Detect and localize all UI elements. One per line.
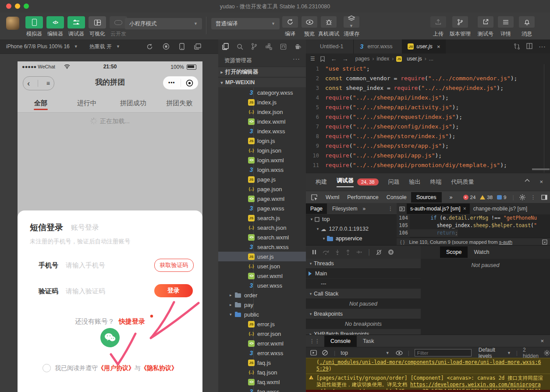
tree-file-item[interactable]: 3 page.wxss bbox=[218, 203, 306, 213]
pause-on-exceptions-icon[interactable] bbox=[388, 249, 394, 255]
tree-file-item[interactable]: 3 category.wxss bbox=[218, 88, 306, 97]
code-area[interactable]: 1 "use strict"; 2 const common_vendor = … bbox=[306, 64, 545, 173]
clear-console-icon[interactable] bbox=[322, 350, 328, 356]
tree-file-item[interactable]: <> user.wxml bbox=[218, 271, 306, 281]
tab-output[interactable]: 输出 bbox=[409, 178, 421, 186]
tree-file-item[interactable]: <> index.wxml bbox=[218, 117, 306, 126]
editor-tab[interactable]: 3 error.wxss bbox=[354, 39, 403, 53]
split-editor-icon[interactable] bbox=[526, 43, 532, 51]
multi-window-icon[interactable] bbox=[194, 43, 201, 50]
source-tab-active[interactable]: s-auth-modal.js? [sm] × bbox=[407, 203, 470, 214]
tab-debugger[interactable]: 调试器 bbox=[337, 177, 354, 187]
phone-panel-button[interactable] bbox=[25, 16, 43, 29]
debug-panel-button[interactable] bbox=[67, 16, 85, 29]
tree-file-item[interactable]: 3 search.wxss bbox=[218, 242, 306, 252]
search-icon[interactable] bbox=[237, 43, 243, 50]
tab-scope[interactable]: Scope bbox=[440, 246, 468, 258]
more-dots-icon[interactable]: ••• bbox=[163, 80, 181, 86]
tree-file-item[interactable]: 3 faq.wxss bbox=[218, 387, 306, 392]
levels-select[interactable]: Default levels bbox=[479, 347, 503, 359]
breadcrumb-item[interactable]: ... bbox=[429, 56, 433, 62]
tree-file-item[interactable]: JS page.js bbox=[218, 175, 306, 184]
drag-handle-icon[interactable]: ⋮⋮ bbox=[309, 338, 320, 344]
tab-terminal[interactable]: 终端 bbox=[430, 178, 442, 186]
tree-file-item[interactable]: {..} user.json bbox=[218, 261, 306, 271]
get-code-button[interactable]: 获取验证码 bbox=[154, 259, 194, 272]
page-tree-top[interactable]: ▾ top bbox=[306, 214, 397, 224]
info-count[interactable]: 9 bbox=[504, 195, 506, 200]
stop-icon[interactable] bbox=[163, 43, 170, 50]
step-over-icon[interactable] bbox=[323, 250, 329, 255]
restart-icon[interactable] bbox=[146, 43, 153, 50]
tab-filesystem[interactable]: Filesystem bbox=[332, 206, 357, 212]
tab-build[interactable]: 构建 bbox=[316, 178, 327, 186]
code-panel-button[interactable]: </> bbox=[46, 16, 64, 29]
code-input[interactable]: 请输入验证码 bbox=[66, 287, 105, 296]
order-tab[interactable]: 全部 bbox=[18, 94, 64, 112]
menu-icon[interactable] bbox=[498, 16, 514, 28]
nav-forward-icon[interactable]: → bbox=[342, 55, 348, 62]
tree-file-item[interactable]: 3 error.wxss bbox=[218, 348, 306, 358]
eye-icon[interactable] bbox=[396, 351, 403, 355]
tree-file-item[interactable]: {..} search.json bbox=[218, 223, 306, 232]
source-tab[interactable]: change-mobile.js? [sm] bbox=[470, 203, 531, 214]
tree-file-item[interactable]: {..} login.json bbox=[218, 146, 306, 155]
refresh-icon[interactable] bbox=[282, 16, 298, 28]
hidden-count[interactable]: 2 hidden bbox=[523, 347, 539, 359]
explorer-more-icon[interactable]: ··· bbox=[293, 55, 300, 62]
external-icon[interactable] bbox=[478, 16, 493, 28]
avatar[interactable] bbox=[6, 17, 19, 30]
step-out-icon[interactable] bbox=[346, 249, 350, 255]
tab-sources[interactable]: Sources bbox=[411, 192, 442, 203]
order-tab[interactable]: 拼团成功 bbox=[110, 94, 156, 112]
phone-input[interactable]: 请输入手机号 bbox=[66, 261, 105, 270]
source-map-link[interactable]: s-auth bbox=[499, 239, 513, 245]
order-tab[interactable]: 拼团失败 bbox=[156, 94, 203, 112]
eye-icon[interactable] bbox=[302, 16, 317, 28]
more-actions-icon[interactable]: ··· bbox=[539, 43, 546, 51]
page-tree-host[interactable]: ▾ ☁ 127.0.0.1:19132 bbox=[306, 224, 397, 234]
tab-code-quality[interactable]: 代码质量 bbox=[451, 178, 474, 186]
deactivate-breakpoints-icon[interactable] bbox=[376, 249, 382, 255]
extensions-icon[interactable] bbox=[266, 43, 272, 50]
device-select[interactable]: iPhone 6/7/8 Plus 100% 16 bbox=[6, 43, 70, 50]
editor-tab[interactable]: Untitled-1 bbox=[306, 39, 354, 53]
tree-file-item[interactable]: {..} page.json bbox=[218, 184, 306, 194]
tree-file-item[interactable]: {..} error.json bbox=[218, 329, 306, 339]
tab-page[interactable]: Page bbox=[306, 203, 327, 214]
threads-section-header[interactable]: ▾Threads bbox=[306, 259, 421, 269]
breadcrumb[interactable]: ☰ ← → pages › index › JS user.js › ... bbox=[306, 53, 550, 64]
tree-file-item[interactable]: <> login.wxml bbox=[218, 155, 306, 165]
compare-changes-icon[interactable] bbox=[514, 43, 520, 51]
mode-select[interactable]: 小程序模式▼ bbox=[125, 18, 202, 29]
tree-file-item[interactable]: JS faq.js bbox=[218, 358, 306, 367]
tree-file-item[interactable]: ▸ pay bbox=[218, 300, 306, 310]
open-editors-section[interactable]: ▸ 打开的编辑器 bbox=[218, 67, 306, 77]
breakpoints-section-header[interactable]: ▾Breakpoints bbox=[306, 309, 421, 319]
devtools-settings-icon[interactable] bbox=[519, 194, 525, 200]
thread-main[interactable]: Main bbox=[306, 269, 421, 279]
tree-file-item[interactable]: 3 login.wxss bbox=[218, 165, 306, 175]
tree-file-item[interactable]: <> faq.wxml bbox=[218, 377, 306, 387]
cloud-panel-button[interactable] bbox=[110, 16, 127, 29]
device-frame-icon[interactable] bbox=[179, 43, 185, 50]
files-icon[interactable] bbox=[222, 43, 229, 50]
run-command-icon[interactable] bbox=[310, 350, 317, 356]
more-tabs-icon[interactable]: » bbox=[362, 206, 365, 212]
error-count[interactable]: 24 bbox=[470, 195, 476, 200]
tab-wxml[interactable]: Wxml bbox=[326, 194, 339, 200]
tree-file-item[interactable]: JS error.js bbox=[218, 319, 306, 329]
console-warning-entry[interactable]: (./uni_modules/uni-load-more/components/… bbox=[306, 358, 550, 374]
callstack-section-header[interactable]: ▾Call Stack bbox=[306, 289, 421, 299]
tree-file-item[interactable]: JS user.js bbox=[218, 252, 306, 261]
source-link[interactable]: ./uni_modules/uni-load-more/components/u… bbox=[316, 359, 541, 372]
navigator-menu-icon[interactable]: ⋮ bbox=[388, 206, 393, 212]
tree-file-item[interactable]: 3 user.wxss bbox=[218, 281, 306, 290]
tab-watch[interactable]: Watch bbox=[474, 249, 489, 255]
console-settings-icon[interactable] bbox=[544, 350, 550, 356]
editor-tab[interactable]: JS user.js × bbox=[402, 39, 446, 53]
breadcrumb-item[interactable]: pages bbox=[355, 56, 370, 62]
tree-file-item[interactable]: JS login.js bbox=[218, 136, 306, 146]
user-agreement-link[interactable]: 《用户协议》 bbox=[98, 364, 135, 372]
tab-problems[interactable]: 问题 bbox=[388, 178, 400, 186]
